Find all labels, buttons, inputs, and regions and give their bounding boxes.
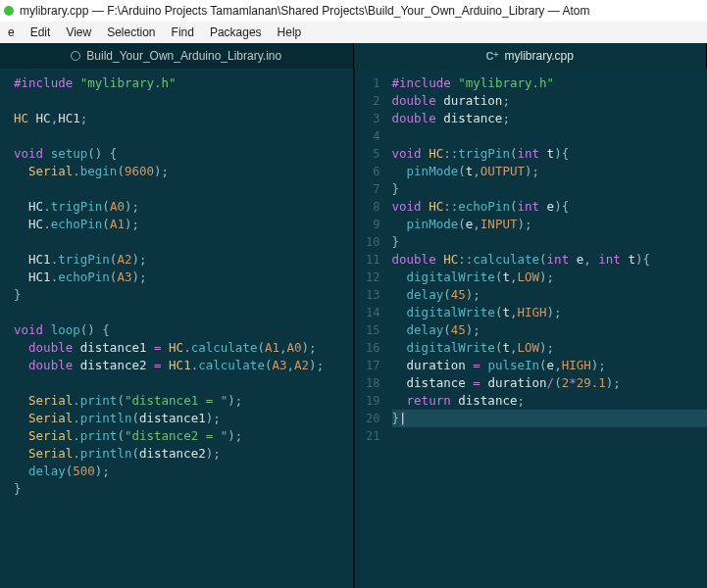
code-line[interactable]: [14, 92, 353, 110]
code-line[interactable]: HC1.echoPin(A3);: [14, 269, 353, 286]
tab-bar: Build_Your_Own_Arduino_Library.ino C⁺ my…: [0, 43, 707, 69]
code-line[interactable]: void HC::trigPin(int t){: [392, 145, 708, 163]
menu-bar: e Edit View Selection Find Packages Help: [0, 22, 707, 43]
code-line[interactable]: }: [14, 286, 353, 304]
code-line[interactable]: #include "mylibrary.h": [392, 74, 708, 92]
code-line[interactable]: }: [14, 480, 353, 498]
line-number: 20: [355, 410, 380, 427]
code-line[interactable]: duration = pulseIn(e,HIGH);: [392, 357, 708, 374]
code-line[interactable]: [14, 233, 353, 251]
code-line[interactable]: void HC::echoPin(int e){: [392, 198, 708, 216]
code-line[interactable]: digitalWrite(t,LOW);: [392, 269, 708, 286]
line-number: 3: [355, 110, 380, 127]
code-line[interactable]: }: [392, 233, 708, 251]
line-number: 5: [355, 145, 380, 163]
code-line[interactable]: }: [392, 180, 708, 198]
tab-label: mylibrary.cpp: [504, 49, 573, 63]
menu-file[interactable]: e: [0, 25, 23, 39]
gutter-left: [0, 69, 10, 588]
line-number: 17: [355, 357, 380, 374]
code-line[interactable]: Serial.print("distance2 = ");: [14, 427, 353, 445]
code-line[interactable]: double distance2 = HC1.calculate(A3,A2);: [14, 357, 353, 374]
code-line[interactable]: pinMode(e,INPUT);: [392, 216, 708, 233]
code-line[interactable]: double distance;: [392, 110, 708, 127]
code-line[interactable]: delay(45);: [392, 286, 708, 304]
code-line[interactable]: delay(500);: [14, 463, 353, 480]
menu-view[interactable]: View: [58, 25, 99, 39]
editor-pane-left[interactable]: #include "mylibrary.h"HC HC,HC1;void set…: [0, 69, 353, 588]
line-number: 15: [355, 321, 380, 339]
code-line[interactable]: [392, 127, 708, 145]
cpp-icon: C⁺: [486, 50, 500, 63]
app-icon: [4, 6, 14, 16]
line-number: 12: [355, 269, 380, 286]
code-line[interactable]: HC1.trigPin(A2);: [14, 251, 353, 269]
code-line[interactable]: HC.trigPin(A0);: [14, 198, 353, 216]
code-line[interactable]: Serial.println(distance1);: [14, 410, 353, 427]
gutter-right: 123456789101112131415161718192021: [355, 69, 388, 588]
code-area-right[interactable]: #include "mylibrary.h"double duration;do…: [388, 69, 708, 588]
menu-edit[interactable]: Edit: [23, 25, 59, 39]
code-line[interactable]: double distance1 = HC.calculate(A1,A0);: [14, 339, 353, 357]
code-line[interactable]: Serial.print("distance1 = ");: [14, 392, 353, 410]
code-line[interactable]: #include "mylibrary.h": [14, 74, 353, 92]
line-number: 1: [355, 74, 380, 92]
menu-selection[interactable]: Selection: [99, 25, 163, 39]
code-line[interactable]: [14, 127, 353, 145]
code-line[interactable]: Serial.begin(9600);: [14, 163, 353, 180]
line-number: 16: [355, 339, 380, 357]
code-line[interactable]: distance = duration/(2*29.1);: [392, 374, 708, 392]
code-line[interactable]: Serial.println(distance2);: [14, 445, 353, 463]
line-number: 8: [355, 198, 380, 216]
code-line[interactable]: HC.echoPin(A1);: [14, 216, 353, 233]
line-number: 18: [355, 374, 380, 392]
line-number: 9: [355, 216, 380, 233]
line-number: 14: [355, 304, 380, 321]
tab-label: Build_Your_Own_Arduino_Library.ino: [86, 49, 281, 63]
code-line[interactable]: double HC::calculate(int e, int t){: [392, 251, 708, 269]
tab-cpp-file[interactable]: C⁺ mylibrary.cpp: [354, 43, 708, 69]
code-line[interactable]: digitalWrite(t,LOW);: [392, 339, 708, 357]
code-line[interactable]: void loop() {: [14, 321, 353, 339]
line-number: 19: [355, 392, 380, 410]
code-line[interactable]: }|: [392, 410, 708, 427]
editor-split: #include "mylibrary.h"HC HC,HC1;void set…: [0, 69, 707, 588]
code-line[interactable]: pinMode(t,OUTPUT);: [392, 163, 708, 180]
code-line[interactable]: delay(45);: [392, 321, 708, 339]
line-number: 6: [355, 163, 380, 180]
line-number: 11: [355, 251, 380, 269]
code-line[interactable]: double duration;: [392, 92, 708, 110]
line-number: 7: [355, 180, 380, 198]
line-number: 21: [355, 427, 380, 445]
code-line[interactable]: [14, 180, 353, 198]
code-area-left[interactable]: #include "mylibrary.h"HC HC,HC1;void set…: [10, 69, 353, 588]
code-line[interactable]: return distance;: [392, 392, 708, 410]
code-line[interactable]: digitalWrite(t,HIGH);: [392, 304, 708, 321]
line-number: 13: [355, 286, 380, 304]
line-number: 4: [355, 127, 380, 145]
code-line[interactable]: HC HC,HC1;: [14, 110, 353, 127]
menu-help[interactable]: Help: [270, 25, 310, 39]
menu-find[interactable]: Find: [164, 25, 202, 39]
tab-ino-file[interactable]: Build_Your_Own_Arduino_Library.ino: [0, 43, 354, 69]
code-line[interactable]: [14, 374, 353, 392]
window-titlebar: mylibrary.cpp — F:\Arduino Projects Tama…: [0, 0, 707, 22]
code-line[interactable]: [14, 304, 353, 321]
editor-pane-right[interactable]: 123456789101112131415161718192021 #inclu…: [353, 69, 708, 588]
code-line[interactable]: [392, 427, 708, 445]
line-number: 10: [355, 233, 380, 251]
menu-packages[interactable]: Packages: [202, 25, 270, 39]
code-line[interactable]: void setup() {: [14, 145, 353, 163]
line-number: 2: [355, 92, 380, 110]
window-title: mylibrary.cpp — F:\Arduino Projects Tama…: [20, 4, 589, 18]
ino-icon: [71, 51, 80, 61]
